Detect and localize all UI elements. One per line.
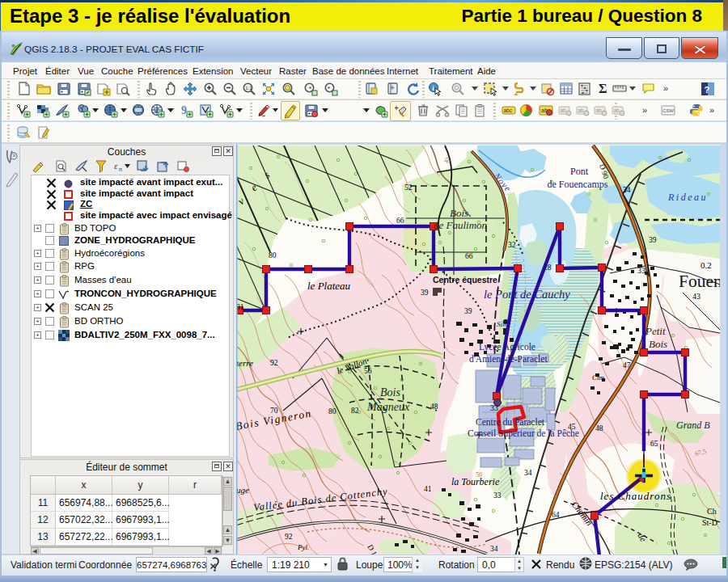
svg-text:Fouen: Fouen [679,272,720,291]
svg-text:92: 92 [285,533,293,541]
svg-text:39: 39 [649,236,657,244]
svg-text:45: 45 [568,423,576,431]
svg-text:56: 56 [364,367,372,375]
svg-text:0.2: 0.2 [700,260,712,270]
svg-text:Bois: Bois [450,207,468,219]
svg-text:uge: uge [236,485,249,495]
svg-text:V: V [154,107,159,115]
svg-text:les Chaudrons: les Chaudrons [600,490,671,502]
svg-text:ab: ab [561,108,567,113]
svg-text:de Fouencamps: de Fouencamps [548,179,608,190]
svg-text:50: 50 [476,471,482,479]
svg-text:41: 41 [424,485,432,493]
svg-text:Petit: Petit [645,325,666,337]
svg-text:47: 47 [623,361,631,369]
svg-text:abc: abc [504,108,513,113]
svg-text:ab: ab [596,108,603,113]
svg-text:48: 48 [430,403,438,411]
svg-text:28: 28 [544,264,552,272]
svg-text:34: 34 [524,469,532,477]
svg-text:Pyl.: Pyl. [297,543,309,551]
svg-text:»: » [709,106,714,114]
svg-text:48: 48 [595,424,603,432]
svg-text:39: 39 [464,307,472,315]
svg-text:»: » [663,84,668,92]
svg-text:33: 33 [490,403,498,412]
svg-text:66: 66 [465,252,473,260]
svg-text:terre: terre [236,358,253,368]
svg-text:65: 65 [650,440,658,448]
svg-text:52: 52 [404,183,413,192]
svg-text:34: 34 [490,545,498,553]
svg-text:St-D: St-D [702,518,717,527]
svg-text:64: 64 [552,511,560,519]
svg-text:Grand B: Grand B [676,420,710,431]
svg-text:32: 32 [508,241,516,249]
svg-text:1:1: 1:1 [245,86,252,91]
svg-text:80: 80 [269,251,277,259]
svg-text:ε: ε [114,161,118,171]
svg-text:33: 33 [493,491,502,500]
svg-text:Bois: Bois [649,338,667,350]
svg-text:34: 34 [623,186,631,194]
svg-text:CSW: CSW [662,108,674,113]
svg-text:82: 82 [351,407,359,415]
svg-text:66: 66 [396,217,404,225]
svg-text:le Plateau: le Plateau [307,280,351,292]
svg-text:Pont: Pont [570,166,589,177]
svg-text:39: 39 [421,289,429,297]
svg-text:Conseil Supérieur de la Pêche: Conseil Supérieur de la Pêche [468,428,579,439]
svg-text:Rideau: Rideau [667,192,708,203]
svg-text:le Pont de Cauchy: le Pont de Cauchy [484,288,570,301]
svg-text:43: 43 [692,292,700,301]
svg-text:Magneux: Magneux [366,401,410,413]
svg-text:70: 70 [270,407,278,415]
svg-text:?: ? [705,85,710,95]
svg-text:»: » [642,106,647,114]
svg-text:Ch: Ch [707,507,717,516]
svg-text:92: 92 [270,359,278,367]
svg-text:de Faulimon: de Faulimon [434,219,487,231]
svg-text:80: 80 [328,407,336,415]
svg-text:Σ: Σ [599,82,607,95]
svg-text:Centre du Paraclet: Centre du Paraclet [476,417,545,427]
svg-text:Bois: Bois [380,386,400,399]
svg-text:33: 33 [637,266,645,275]
svg-text:n: n [119,167,122,172]
svg-text:Centre équestre: Centre équestre [433,275,497,285]
svg-text:Lycée Agricole: Lycée Agricole [479,342,535,352]
svg-text:Silo: Silo [497,320,509,328]
svg-text:Cim.: Cim. [592,373,606,382]
svg-text:ab: ab [614,108,620,113]
svg-text:ab: ab [578,108,585,113]
svg-text:d'Amiens-le-Paraclet: d'Amiens-le-Paraclet [469,354,548,364]
